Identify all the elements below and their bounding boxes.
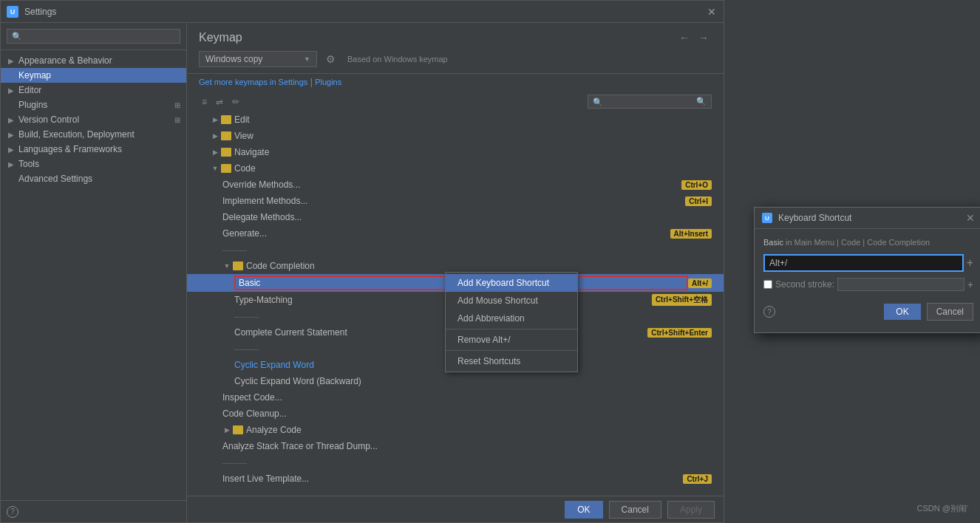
sidebar-search-box: [1, 23, 186, 50]
ks-add-icon[interactable]: +: [967, 256, 973, 270]
expand-all-icon[interactable]: ≡: [199, 95, 210, 109]
tree-folder-code[interactable]: ▼ Code: [187, 160, 724, 177]
edit-icon[interactable]: ✏: [229, 95, 242, 109]
shortcut-badge: Alt+/: [688, 278, 712, 288]
ks-second-stroke-label: Second stroke:: [775, 279, 834, 290]
folder-arrow-icon: ▶: [211, 116, 220, 123]
tree-folder-edit[interactable]: ▶ Edit: [187, 112, 724, 128]
forward-button[interactable]: →: [695, 30, 712, 45]
tree-item-override-methods[interactable]: Override Methods... Ctrl+O: [187, 177, 724, 193]
help-button[interactable]: ?: [7, 506, 18, 518]
expand-arrow-icon: ▶: [7, 160, 16, 168]
get-more-keymaps-link[interactable]: Get more keymaps in Settings: [199, 78, 307, 86]
sidebar-item-label: Advanced Settings: [18, 174, 180, 184]
close-button[interactable]: ✕: [706, 6, 718, 18]
expand-arrow-icon: [7, 100, 16, 109]
cancel-button[interactable]: Cancel: [609, 501, 661, 519]
tree-item-label: Complete Current Statement: [234, 327, 647, 338]
ks-second-stroke-add-icon[interactable]: +: [967, 278, 973, 290]
sidebar-item-label: Editor: [18, 85, 180, 95]
page-title: Keymap: [199, 31, 242, 44]
tree-item-delegate-methods[interactable]: Delegate Methods...: [187, 209, 724, 225]
window-title: Settings: [24, 7, 706, 17]
tree-folder-view[interactable]: ▶ View: [187, 128, 724, 144]
shortcut-badge: Ctrl+I: [685, 196, 712, 206]
tree-item-insert-live-template[interactable]: Insert Live Template... Ctrl+J: [187, 471, 724, 487]
folder-arrow-icon: ▼: [222, 262, 231, 270]
main-header: Keymap ← →: [187, 23, 724, 45]
expand-arrow-icon: ▶: [7, 130, 16, 139]
sidebar-item-version-control[interactable]: ▶ Version Control ⊞: [1, 112, 186, 127]
ctx-reset-shortcuts[interactable]: Reset Shortcuts: [446, 352, 577, 370]
tree-item-label: Type-Matching: [234, 295, 652, 305]
folder-arrow-icon: ▼: [211, 165, 220, 172]
keyboard-shortcut-dialog: U Keyboard Shortcut ✕ Basic in Main Menu…: [754, 207, 980, 333]
tree-item-code-cleanup[interactable]: Code Cleanup...: [187, 406, 724, 422]
settings-window: U Settings ✕ ▶ Appearance & Behavior Key…: [0, 0, 724, 523]
tree-item-implement-methods[interactable]: Implement Methods... Ctrl+I: [187, 193, 724, 209]
watermark: CSDN @别闹': [917, 503, 969, 514]
sidebar-item-tools[interactable]: ▶ Tools: [1, 157, 186, 171]
ks-ok-button[interactable]: OK: [884, 304, 920, 320]
back-button[interactable]: ←: [676, 30, 693, 45]
settings-gear-icon[interactable]: ⚙: [323, 52, 338, 66]
sidebar-item-advanced[interactable]: Advanced Settings: [1, 171, 186, 186]
folder-arrow-icon: ▶: [222, 426, 231, 434]
shortcut-badge: Alt+Insert: [670, 229, 712, 239]
keymap-dropdown[interactable]: Windows copy ▼: [199, 51, 317, 67]
ctx-add-abbreviation[interactable]: Add Abbreviation: [446, 310, 577, 327]
ctx-remove-shortcut[interactable]: Remove Alt+/: [446, 331, 577, 349]
expand-arrow-icon: ▶: [7, 56, 16, 65]
window-footer: OK Cancel Apply: [187, 496, 724, 522]
tree-item-label: Analyze Stack Trace or Thread Dump...: [222, 441, 712, 451]
tree-item-label: Code: [234, 163, 712, 174]
tree-folder-analyze[interactable]: ▶ Analyze Code: [187, 422, 724, 438]
filter-row: ≡ ⇌ ✏ 🔍: [187, 92, 724, 112]
sidebar-search-input[interactable]: [7, 29, 180, 44]
sidebar-item-build[interactable]: ▶ Build, Execution, Deployment: [1, 127, 186, 142]
sidebar-item-plugins[interactable]: Plugins ⊞: [1, 98, 186, 112]
ctx-separator-1: [446, 329, 577, 329]
tree-item-label: Inspect Code...: [222, 392, 712, 403]
sidebar-item-label: Version Control: [18, 114, 174, 125]
collapse-all-icon[interactable]: ⇌: [213, 95, 226, 109]
folder-arrow-icon: ▶: [211, 132, 220, 140]
folder-icon: [221, 164, 231, 173]
tree-item-label: Cyclic Expand Word (Backward): [234, 376, 712, 386]
ks-cancel-button[interactable]: Cancel: [927, 303, 973, 321]
ctx-add-mouse-shortcut[interactable]: Add Mouse Shortcut: [446, 292, 577, 310]
tree-item-cyclic-expand-backward[interactable]: Cyclic Expand Word (Backward): [187, 373, 724, 389]
tree-item-generate[interactable]: Generate... Alt+Insert: [187, 225, 724, 242]
sidebar-item-languages[interactable]: ▶ Languages & Frameworks: [1, 142, 186, 157]
tree-item-label: View: [234, 131, 712, 141]
ctx-add-keyboard-shortcut[interactable]: Add Keyboard Shortcut: [446, 274, 577, 292]
tree-folder-navigate[interactable]: ▶ Navigate: [187, 144, 724, 160]
shortcut-badge: Ctrl+Shift+Enter: [647, 328, 712, 338]
ok-button[interactable]: OK: [565, 501, 602, 519]
sidebar-item-keymap[interactable]: Keymap: [1, 68, 186, 83]
tree-item-label: Code Cleanup...: [222, 409, 712, 419]
tree-item-analyze-stack[interactable]: Analyze Stack Trace or Thread Dump...: [187, 438, 724, 454]
ks-second-stroke-input[interactable]: [837, 278, 964, 291]
apply-button[interactable]: Apply: [667, 501, 715, 519]
tree-separator-1: ----------: [187, 242, 724, 258]
ks-second-stroke-checkbox[interactable]: [763, 280, 772, 289]
tree-item-inspect-code[interactable]: Inspect Code...: [187, 389, 724, 406]
sidebar-item-label: Languages & Frameworks: [18, 144, 180, 154]
sidebar-item-label: Keymap: [18, 70, 180, 81]
keymap-search-input[interactable]: [593, 98, 696, 106]
ks-input-row: +: [763, 254, 973, 272]
sidebar-item-label: Plugins: [18, 100, 174, 110]
sidebar-item-label: Build, Execution, Deployment: [18, 129, 180, 140]
sidebar-bottom-bar: ?: [1, 500, 186, 522]
sidebar-item-editor[interactable]: ▶ Editor: [1, 83, 186, 98]
shortcut-badge: Ctrl+Shift+空格: [652, 294, 712, 306]
ks-close-button[interactable]: ✕: [966, 212, 975, 224]
ks-shortcut-input[interactable]: [763, 254, 964, 272]
ks-breadcrumb-bold: Basic: [763, 238, 783, 247]
app-icon: U: [7, 6, 18, 18]
sidebar-item-appearance[interactable]: ▶ Appearance & Behavior: [1, 53, 186, 68]
ks-body: Basic in Main Menu | Code | Code Complet…: [755, 229, 980, 332]
ks-help-button[interactable]: ?: [763, 306, 775, 318]
plugins-link[interactable]: Plugins: [315, 78, 341, 86]
